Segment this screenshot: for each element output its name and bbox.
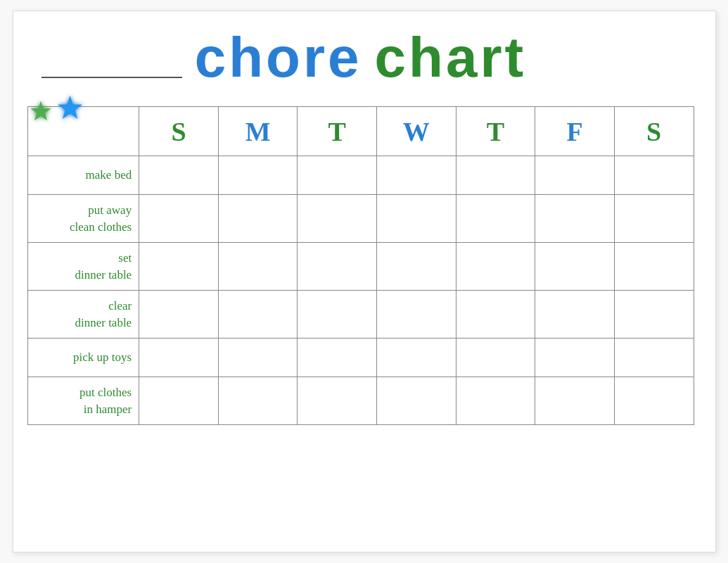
chore-cell-clear-dinner-m[interactable] — [218, 291, 298, 339]
chore-cell-put-away-w[interactable] — [377, 195, 456, 243]
chore-cell-put-clothes-m[interactable] — [218, 377, 298, 425]
chore-cell-put-clothes-s2[interactable] — [614, 377, 694, 425]
chore-cell-make-bed-s1[interactable] — [139, 156, 219, 195]
chore-label-clear-dinner: cleardinner table — [27, 291, 139, 339]
title-chore: chore — [195, 25, 362, 90]
chore-cell-put-away-t1[interactable] — [298, 195, 377, 243]
page: chore chart ★ ★ S M T W T F S make bed — [13, 11, 716, 552]
day-header-row: S M T W T F S — [27, 107, 694, 156]
chore-cell-clear-dinner-s2[interactable] — [614, 291, 694, 339]
chore-cell-put-away-s1[interactable] — [139, 195, 219, 243]
title-chart: chart — [375, 25, 527, 90]
chore-label-set-dinner: setdinner table — [27, 243, 139, 291]
chore-cell-pick-up-t1[interactable] — [298, 339, 377, 377]
day-header-s1: S — [139, 107, 219, 156]
chore-row-put-clothes: put clothesin hamper — [27, 377, 694, 425]
chore-cell-put-away-s2[interactable] — [614, 195, 694, 243]
chore-cell-make-bed-s2[interactable] — [614, 156, 694, 195]
chore-cell-put-away-t2[interactable] — [456, 195, 535, 243]
chore-row-set-dinner: setdinner table — [27, 243, 694, 291]
chore-label-put-away: put awayclean clothes — [27, 195, 139, 243]
chore-cell-put-clothes-t1[interactable] — [298, 377, 377, 425]
chore-cell-pick-up-t2[interactable] — [456, 339, 535, 377]
chore-cell-put-clothes-f[interactable] — [535, 377, 615, 425]
chore-cell-make-bed-m[interactable] — [218, 156, 298, 195]
chore-cell-make-bed-w[interactable] — [377, 156, 456, 195]
chore-cell-put-clothes-t2[interactable] — [456, 377, 535, 425]
chore-row-clear-dinner: cleardinner table — [27, 291, 694, 339]
stars-container: ★ ★ — [29, 92, 84, 125]
chore-cell-make-bed-t2[interactable] — [456, 156, 535, 195]
chore-cell-clear-dinner-f[interactable] — [535, 291, 615, 339]
chore-label-pick-up-toys: pick up toys — [27, 339, 139, 377]
chore-cell-clear-dinner-t1[interactable] — [298, 291, 377, 339]
chore-cell-make-bed-t1[interactable] — [298, 156, 377, 195]
chore-cell-set-dinner-f[interactable] — [535, 243, 615, 291]
chore-cell-set-dinner-t1[interactable] — [298, 243, 377, 291]
day-header-s2: S — [614, 107, 694, 156]
chore-cell-clear-dinner-s1[interactable] — [139, 291, 219, 339]
chore-cell-set-dinner-w[interactable] — [377, 243, 456, 291]
chore-cell-set-dinner-m[interactable] — [218, 243, 298, 291]
chore-label-put-clothes: put clothesin hamper — [27, 377, 139, 425]
chore-cell-put-clothes-w[interactable] — [377, 377, 456, 425]
chore-cell-put-away-m[interactable] — [218, 195, 298, 243]
green-star: ★ — [29, 98, 53, 125]
blue-star: ★ — [56, 92, 84, 125]
chore-cell-set-dinner-s1[interactable] — [139, 243, 219, 291]
chore-row-put-away: put awayclean clothes — [27, 195, 694, 243]
chore-cell-put-away-f[interactable] — [535, 195, 615, 243]
chore-cell-put-clothes-s1[interactable] — [139, 377, 219, 425]
day-header-m: M — [218, 107, 298, 156]
chore-row-pick-up-toys: pick up toys — [27, 339, 694, 377]
chore-cell-set-dinner-s2[interactable] — [614, 243, 694, 291]
chore-cell-pick-up-f[interactable] — [535, 339, 615, 377]
header: chore chart — [27, 25, 694, 94]
day-header-t2: T — [456, 107, 535, 156]
chore-cell-set-dinner-t2[interactable] — [456, 243, 535, 291]
chore-cell-pick-up-w[interactable] — [377, 339, 456, 377]
day-header-t1: T — [298, 107, 377, 156]
chore-cell-clear-dinner-w[interactable] — [377, 291, 456, 339]
chore-cell-pick-up-s2[interactable] — [614, 339, 694, 377]
chore-cell-pick-up-m[interactable] — [218, 339, 298, 377]
chore-cell-clear-dinner-t2[interactable] — [456, 291, 535, 339]
chore-table: S M T W T F S make bed — [27, 106, 694, 425]
day-header-f: F — [535, 107, 615, 156]
chore-cell-pick-up-s1[interactable] — [139, 339, 219, 377]
chore-cell-make-bed-f[interactable] — [535, 156, 615, 195]
chore-row-make-bed: make bed — [27, 156, 694, 195]
day-header-w: W — [377, 107, 456, 156]
name-line — [41, 77, 182, 78]
chore-label-make-bed: make bed — [27, 156, 139, 195]
